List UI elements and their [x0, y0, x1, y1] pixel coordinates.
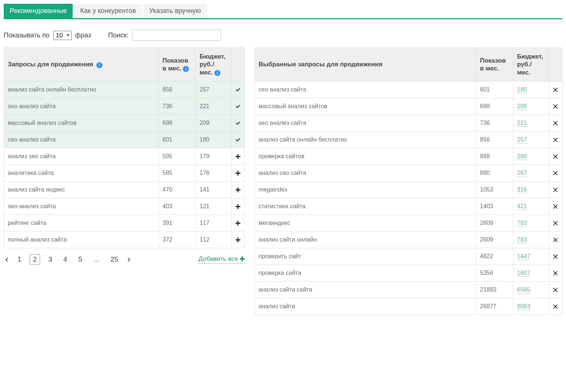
tab[interactable]: Рекомендованные	[4, 4, 73, 18]
remove-icon[interactable]	[549, 81, 562, 98]
next-page[interactable]	[126, 255, 132, 263]
budget-link[interactable]: 316	[517, 186, 527, 193]
budget-link[interactable]: 267	[517, 170, 527, 177]
col-query[interactable]: Выбранные запросы для продвижения	[255, 48, 476, 82]
cell-impressions: 736	[159, 98, 196, 114]
remove-icon[interactable]	[549, 165, 562, 181]
right-panel: Выбранные запросы для продвижения Показо…	[254, 47, 562, 315]
tab[interactable]: Как у конкурентов	[74, 4, 142, 18]
tab[interactable]: Указать вручную	[143, 4, 207, 18]
budget-link[interactable]: 1607	[517, 270, 530, 277]
cell-query: полный анализ сайта	[4, 231, 159, 248]
cell-impressions: 4822	[476, 248, 513, 265]
cell-query: сео анализ сайта	[255, 81, 476, 98]
cell-impressions: 2609	[476, 215, 513, 231]
show-suffix-label: фраз	[75, 31, 91, 39]
budget-link[interactable]: 266	[517, 153, 527, 160]
budget-link[interactable]: 257	[517, 136, 527, 143]
remove-icon[interactable]	[549, 181, 562, 198]
cell-impressions: 601	[476, 81, 513, 98]
table-row: анализ сайта онлайн2609783	[255, 231, 562, 248]
remove-icon[interactable]	[549, 265, 562, 281]
col-budget[interactable]: Бюджет, руб./ мес.i	[196, 48, 231, 82]
page-number[interactable]: 4	[60, 255, 70, 264]
col-budget[interactable]: Бюджет, руб./ мес.	[513, 48, 549, 82]
search-input[interactable]	[132, 30, 221, 41]
info-icon[interactable]: i	[183, 66, 189, 72]
cell-budget: 221	[196, 98, 231, 114]
remove-icon[interactable]	[549, 215, 562, 231]
budget-link[interactable]: 1447	[517, 253, 530, 260]
page-number[interactable]: 25	[108, 255, 121, 264]
cell-budget: 1447	[513, 248, 549, 265]
remove-icon[interactable]	[549, 98, 562, 114]
budget-link[interactable]: 783	[517, 236, 527, 243]
add-icon[interactable]	[231, 231, 245, 248]
cell-impressions: 595	[159, 148, 196, 165]
cell-budget: 8063	[513, 298, 549, 315]
table-row: анализ сео сайта890267	[255, 165, 562, 181]
budget-link[interactable]: 8063	[517, 303, 530, 310]
remove-icon[interactable]	[549, 281, 562, 298]
remove-icon[interactable]	[549, 148, 562, 165]
add-icon[interactable]	[231, 198, 245, 215]
budget-link[interactable]: 783	[517, 220, 527, 227]
remove-icon[interactable]	[549, 248, 562, 265]
cell-impressions: 403	[159, 198, 196, 215]
page-number[interactable]: 2	[30, 254, 40, 265]
cell-impressions: 372	[159, 231, 196, 248]
remove-icon[interactable]	[549, 198, 562, 215]
page-number[interactable]: 1	[14, 255, 24, 264]
cell-impressions: 1403	[476, 198, 513, 215]
table-row: статистика сайта1403421	[255, 198, 562, 215]
search-label: Поиск:	[108, 31, 128, 39]
check-icon[interactable]	[231, 81, 245, 98]
add-all-link[interactable]: Добавить все ✚	[198, 255, 245, 263]
remove-icon[interactable]	[549, 231, 562, 248]
table-row: megaindex1053316	[255, 181, 562, 198]
check-icon[interactable]	[231, 114, 245, 131]
add-icon[interactable]	[231, 165, 245, 181]
cell-query: сео анализ сайта	[4, 131, 159, 148]
cell-impressions: 585	[159, 165, 196, 181]
budget-link[interactable]: 221	[517, 120, 527, 127]
col-impressions[interactable]: Показов в мес.	[476, 48, 513, 82]
budget-link[interactable]: 421	[517, 203, 527, 210]
cell-query: анализ сайта онлайн бесплатно	[255, 131, 476, 148]
remove-icon[interactable]	[549, 114, 562, 131]
cell-budget: 180	[513, 81, 549, 98]
cell-query: мегаиндекс	[255, 215, 476, 231]
cell-query: анализ seo сайта	[4, 148, 159, 165]
budget-link[interactable]: 6565	[517, 286, 530, 293]
cell-budget: 257	[196, 81, 231, 98]
table-row: мегаиндекс2609783	[255, 215, 562, 231]
remove-icon[interactable]	[549, 298, 562, 315]
add-icon[interactable]	[231, 215, 245, 231]
cell-query: статистика сайта	[255, 198, 476, 215]
table-row: seo анализ сайта736221	[4, 98, 245, 114]
page-number[interactable]: 5	[75, 255, 85, 264]
cell-impressions: 5356	[476, 265, 513, 281]
page-number[interactable]: 3	[45, 255, 55, 264]
check-icon[interactable]	[231, 98, 245, 114]
queries-table: Запросы для продвижения i Показов в мес.…	[4, 47, 245, 248]
add-icon[interactable]	[231, 181, 245, 198]
check-icon[interactable]	[231, 131, 245, 148]
cell-budget: 221	[513, 114, 549, 131]
cell-budget: 176	[196, 165, 231, 181]
page-size-select[interactable]: 10	[53, 31, 72, 40]
remove-icon[interactable]	[549, 131, 562, 148]
cell-query: анализ сайта яндекс	[4, 181, 159, 198]
cell-query: анализ сайта	[255, 298, 476, 315]
col-query[interactable]: Запросы для продвижения i	[4, 48, 159, 82]
table-row: массовый анализ сайтов698209	[255, 98, 562, 114]
table-row: сео анализ сайта601180	[4, 131, 245, 148]
budget-link[interactable]: 180	[517, 86, 527, 93]
pagination: 12345...25	[4, 254, 132, 265]
info-icon[interactable]: i	[96, 62, 102, 68]
budget-link[interactable]: 209	[517, 103, 527, 110]
col-impressions[interactable]: Показов в мес.i	[159, 48, 196, 82]
info-icon[interactable]: i	[214, 70, 220, 76]
add-icon[interactable]	[231, 148, 245, 165]
prev-page[interactable]	[4, 255, 9, 263]
